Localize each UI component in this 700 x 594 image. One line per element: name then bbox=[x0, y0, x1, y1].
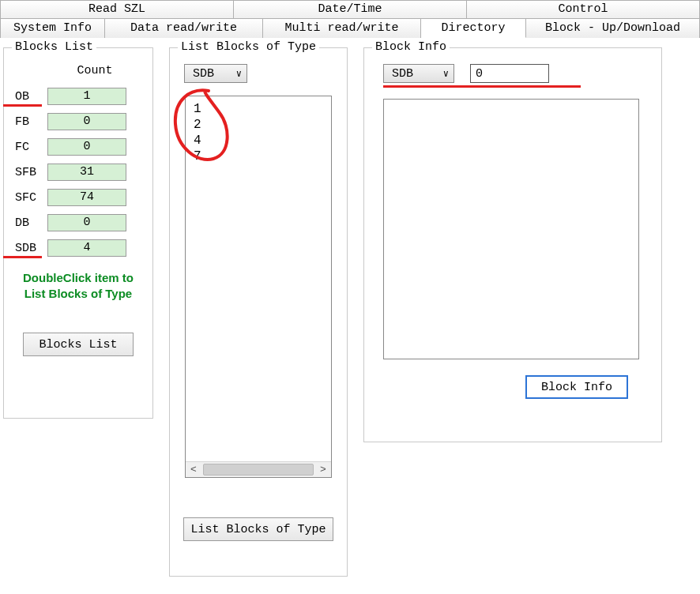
chevron-down-icon: ∨ bbox=[443, 68, 449, 80]
groupbox-blocks-list: Blocks List Count OB 1 FB 0 FC 0 SFB 31 … bbox=[3, 47, 153, 419]
tab-multi-read-write[interactable]: Multi read/write bbox=[263, 18, 421, 38]
blocks-count: 0 bbox=[47, 113, 126, 130]
groupbox-list-blocks-of-type: List Blocks of Type SDB ∨ 1 2 4 7 < > bbox=[169, 47, 348, 577]
block-info-button[interactable]: Block Info bbox=[525, 375, 628, 399]
blocks-count: 4 bbox=[47, 239, 126, 257]
blocks-row-sfc[interactable]: SFC 74 bbox=[12, 188, 145, 207]
blocks-label: OB bbox=[12, 90, 47, 103]
scroll-thumb[interactable] bbox=[203, 464, 314, 476]
block-info-type-value: SDB bbox=[392, 67, 413, 81]
tab-system-info[interactable]: System Info bbox=[0, 18, 105, 38]
tab-date-time[interactable]: Date/Time bbox=[234, 0, 467, 18]
blocks-list-button[interactable]: Blocks List bbox=[23, 333, 134, 356]
block-info-output[interactable] bbox=[383, 99, 639, 359]
blocks-row-ob[interactable]: OB 1 bbox=[12, 87, 145, 106]
list-item[interactable]: 7 bbox=[194, 148, 328, 164]
tab-control[interactable]: Control bbox=[467, 0, 700, 18]
blocks-label: DB bbox=[12, 216, 47, 230]
chevron-down-icon: ∨ bbox=[236, 68, 242, 80]
blocks-label: FB bbox=[12, 115, 47, 129]
groupbox-title-list-blocks: List Blocks of Type bbox=[178, 40, 319, 54]
groupbox-title-block-info: Block Info bbox=[372, 40, 450, 54]
block-number-listbox[interactable]: 1 2 4 7 bbox=[185, 96, 332, 478]
tab-directory[interactable]: Directory bbox=[421, 18, 526, 38]
blocks-count: 0 bbox=[47, 214, 126, 231]
blocks-count: 1 bbox=[47, 88, 126, 105]
scroll-left-icon[interactable]: < bbox=[186, 462, 201, 477]
block-info-type-select[interactable]: SDB ∨ bbox=[383, 64, 454, 83]
list-item[interactable]: 2 bbox=[194, 117, 328, 133]
blocks-row-sdb[interactable]: SDB 4 bbox=[12, 239, 145, 258]
annotation-underline-sdb bbox=[3, 256, 42, 258]
groupbox-title-blocks-list: Blocks List bbox=[12, 40, 96, 54]
blocks-label: FC bbox=[12, 141, 47, 154]
annotation-underline-ob bbox=[3, 104, 42, 107]
list-item[interactable]: 4 bbox=[194, 133, 328, 148]
list-blocks-of-type-button[interactable]: List Blocks of Type bbox=[183, 517, 333, 541]
blocks-row-sfb[interactable]: SFB 31 bbox=[12, 163, 145, 182]
blocks-label: SFC bbox=[12, 191, 47, 205]
blocks-row-fb[interactable]: FB 0 bbox=[12, 112, 145, 131]
blocks-count: 0 bbox=[47, 138, 126, 156]
list-item[interactable]: 1 bbox=[194, 101, 328, 117]
groupbox-block-info: Block Info SDB ∨ Block Info bbox=[363, 47, 662, 442]
blocks-count: 74 bbox=[47, 189, 126, 206]
block-number-input[interactable] bbox=[470, 64, 549, 83]
scroll-right-icon[interactable]: > bbox=[315, 462, 331, 477]
blocks-row-fc[interactable]: FC 0 bbox=[12, 137, 145, 156]
block-type-select[interactable]: SDB ∨ bbox=[184, 64, 247, 83]
blocks-label: SFB bbox=[12, 166, 47, 179]
blocks-row-db[interactable]: DB 0 bbox=[12, 213, 145, 232]
tab-block-up-download[interactable]: Block - Up/Download bbox=[526, 18, 700, 38]
hint-doubleclick: DoubleClick item to List Blocks of Type bbox=[19, 270, 137, 301]
blocks-count: 31 bbox=[47, 164, 126, 181]
annotation-underline-block-info bbox=[383, 85, 581, 88]
blocks-label: SDB bbox=[12, 242, 47, 255]
count-header: Count bbox=[55, 64, 134, 77]
tab-read-szl[interactable]: Read SZL bbox=[0, 0, 234, 18]
tab-data-read-write[interactable]: Data read/write bbox=[105, 18, 263, 38]
block-type-select-value: SDB bbox=[193, 67, 214, 81]
horizontal-scrollbar[interactable]: < > bbox=[186, 461, 331, 477]
